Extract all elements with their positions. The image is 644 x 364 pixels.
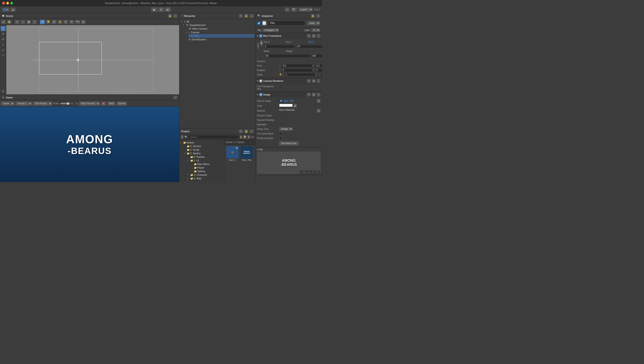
project-add-small[interactable]: + (181, 135, 184, 139)
refresh-button[interactable]: ↻ (247, 135, 250, 139)
project-particle[interactable]: 📁 0. Particle (180, 155, 223, 159)
rt-menu-button[interactable]: ⋮ (317, 34, 321, 38)
inspector-lock-button[interactable]: 🔒 (311, 14, 315, 18)
close-button[interactable] (2, 2, 5, 4)
scale-tool[interactable]: ⤢ (21, 20, 25, 24)
project-menu-button[interactable]: ⋮ (250, 129, 254, 133)
account-dropdown[interactable]: 👤 ▾ (2, 8, 10, 12)
pivot-y-field[interactable] (315, 64, 322, 68)
undo-button[interactable]: ↩ (285, 8, 290, 12)
obj-active-checkbox[interactable] (257, 22, 260, 25)
source-picker-button[interactable]: ◎ (317, 99, 321, 103)
project-character[interactable]: ▾ 📁 2. Character (180, 173, 223, 176)
project-player[interactable]: 📁 Player (180, 166, 223, 170)
image-header[interactable]: ▾ 🖼 Image ? ⚙ ⋮ (256, 92, 322, 98)
move-scene-tool[interactable]: ✛ (1, 32, 6, 36)
scale-x-field[interactable] (285, 73, 315, 76)
project-sprites[interactable]: ▾ 📁 2. Sprites (180, 152, 223, 155)
cull-checkbox[interactable]: ✓ (279, 86, 282, 89)
rt-settings-button[interactable]: ⚙ (312, 34, 316, 38)
cr-help-button[interactable]: ? (307, 79, 311, 83)
scale-slider[interactable] (60, 103, 74, 104)
rotate-scene-tool[interactable]: ↺ (1, 37, 6, 42)
rt-help-button[interactable]: ? (307, 34, 311, 38)
sprite-mesh-checkbox[interactable] (279, 132, 282, 135)
hand-tool[interactable]: ✋ (7, 20, 12, 24)
pivot-x-field[interactable] (282, 64, 312, 68)
img-settings-button[interactable]: ⚙ (312, 92, 316, 96)
hierarchy-maincamera[interactable]: 📷 Main Camera (186, 27, 255, 30)
hierarchy-samplescene[interactable]: ▾ 🎬 SampleScene* (183, 23, 255, 27)
cloud-button[interactable]: ☁ (10, 8, 16, 12)
material-picker[interactable]: ◎ (317, 109, 321, 113)
fx-toggle[interactable]: ✨ (58, 20, 62, 24)
pos-x-field[interactable] (264, 45, 294, 48)
favorites-button[interactable]: ★ (240, 135, 243, 139)
color-picker[interactable] (279, 104, 293, 107)
rot-y-field[interactable] (315, 68, 322, 72)
width-field[interactable] (264, 54, 310, 58)
camera-dropdown[interactable]: 📷▾ (75, 20, 80, 24)
rot-x-field[interactable] (282, 68, 312, 72)
height-field[interactable] (311, 54, 322, 58)
aspect-dropdown[interactable]: Free Aspect (33, 101, 52, 106)
cr-menu-button[interactable]: ⋮ (317, 79, 321, 83)
project-map[interactable]: ▾ 📁 3. Map (180, 176, 223, 180)
project-add-button[interactable]: + (239, 129, 243, 133)
scene-lock-button[interactable]: 🔒 (168, 14, 172, 18)
audio-toggle[interactable]: 🔊 (52, 20, 57, 24)
image-type-dropdown[interactable]: Simple (279, 127, 293, 131)
asset-maintitle[interactable]: AMONG-BEARUS Main_Title (240, 146, 253, 161)
scene-menu-button[interactable]: ⋮ (173, 14, 177, 18)
game-menu-button[interactable]: ⋮ (173, 96, 177, 100)
light-toggle[interactable]: 💡 (46, 20, 51, 24)
raycast-checkbox[interactable]: ✓ (279, 114, 282, 117)
play-button[interactable]: ▶ (151, 7, 157, 12)
minimize-button[interactable] (6, 2, 9, 4)
select-tool[interactable]: ↖ (1, 26, 6, 31)
pivot-tool[interactable]: ◎ (1, 88, 6, 94)
preserve-checkbox[interactable] (279, 137, 282, 140)
cr-settings-button[interactable]: ⚙ (312, 79, 316, 83)
rect-transform-header[interactable]: ▾ ⊞ Rect Transform ? ⚙ ⋮ (256, 33, 322, 39)
anchor-icon[interactable]: ⊞ (260, 40, 263, 46)
step-button[interactable]: ⏭ (165, 7, 171, 12)
display-dropdown[interactable]: Display 1 (15, 101, 32, 106)
layer-dropdown[interactable]: UI (311, 28, 320, 32)
project-assets-root[interactable]: ▾ 📁 Assets (180, 141, 223, 144)
hierarchy-eventsystem[interactable]: ⚙ EventSystem (186, 38, 255, 41)
project-ui[interactable]: ▾ 📁 1. UI (180, 159, 223, 162)
hidden-toggle[interactable]: 👁 (63, 20, 68, 24)
gizmo-toggle[interactable]: ⚙ (69, 20, 74, 24)
scene-viewport[interactable] (6, 25, 179, 94)
canvas-renderer-header[interactable]: ▾ ⬜ Canvas Renderer ? ⚙ ⋮ (256, 78, 322, 84)
project-script[interactable]: 📁 1. Script (180, 148, 223, 152)
maximize-button[interactable] (10, 2, 13, 4)
game-dropdown[interactable]: Game (1, 101, 14, 106)
project-lock-button[interactable]: 🔒 (244, 129, 248, 133)
project-mainmenu[interactable]: 📁 Main Menu (180, 162, 223, 166)
gizmos-button[interactable]: Gizmos (116, 101, 127, 106)
rect-scene-tool[interactable]: ▭ (1, 48, 6, 52)
transform-tool[interactable]: ⊕ (1, 20, 6, 24)
search-button[interactable]: 🔍 (291, 8, 297, 12)
mute-button[interactable]: 🔇 (101, 101, 107, 106)
play-focused-dropdown[interactable]: Play Focused (79, 101, 100, 106)
img-menu-button[interactable]: ⋮ (317, 92, 321, 96)
static-dropdown[interactable]: Static (307, 21, 320, 25)
obj-name-field[interactable] (268, 20, 305, 26)
rect-tool[interactable]: ▣ (26, 20, 31, 24)
window-controls[interactable] (2, 2, 13, 4)
tag-dropdown[interactable]: Untagged (262, 28, 279, 32)
pause-button[interactable]: ⏸ (158, 7, 164, 12)
hierarchy-item-all[interactable]: ▾ ≡ All (180, 20, 255, 23)
overlay-button[interactable]: ☰ (81, 20, 86, 24)
img-help-button[interactable]: ? (307, 92, 311, 96)
set-native-size-button[interactable]: Set Native Size (279, 141, 299, 146)
stats-button[interactable]: Stats (107, 101, 116, 106)
inspector-menu-button[interactable]: ⋮ (316, 14, 320, 18)
scale-scene-tool[interactable]: ⤢ (1, 42, 6, 47)
layers-dropdown[interactable]: Layers (298, 8, 313, 12)
rotate-tool[interactable]: ↺ (15, 20, 20, 24)
2d-button[interactable]: 2D (40, 20, 45, 24)
